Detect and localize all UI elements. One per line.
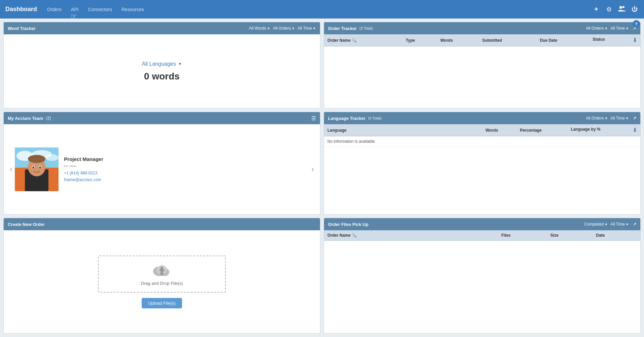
svg-point-9: [28, 155, 45, 163]
team-info: Project Manager ••• ••••• +1 (814) 488-0…: [64, 156, 103, 182]
order-files-status-filter[interactable]: Completed: [584, 222, 608, 227]
lang-no-info: No information is available.: [324, 136, 640, 147]
users-icon[interactable]: [618, 5, 626, 13]
upload-cloud-icon: [152, 262, 172, 279]
team-widget: My Acclaro Team (2) ☰ ‹: [3, 112, 320, 214]
order-files-title: Order Files Pick Up: [328, 222, 368, 227]
upload-files-btn[interactable]: Upload File(s): [142, 298, 182, 308]
word-count: 0 words: [144, 71, 180, 82]
order-files-time-filter[interactable]: All Time: [610, 222, 629, 227]
word-tracker-time-filter[interactable]: All Time: [297, 26, 316, 31]
lang-tracker-orders-filter[interactable]: All Orders: [586, 116, 608, 121]
word-tracker-orders-filter[interactable]: All Orders: [273, 26, 295, 31]
team-name: ••• •••••: [64, 164, 103, 169]
order-files-widget: Order Files Pick Up Completed All Time ↗…: [324, 218, 641, 334]
col-percentage: Percentage: [516, 124, 567, 136]
col-size: Size: [547, 230, 593, 241]
svg-point-12: [33, 166, 34, 168]
word-tracker-title: Word Tracker: [8, 26, 36, 31]
team-body: ‹: [4, 124, 320, 214]
carousel-next-btn[interactable]: ›: [309, 165, 317, 174]
files-order-name-search-icon[interactable]: 🔍: [352, 233, 357, 238]
team-title: My Acclaro Team: [8, 116, 43, 121]
order-tracker-orders-filter[interactable]: All Orders: [586, 26, 608, 31]
carousel-prev-btn[interactable]: ‹: [7, 165, 15, 174]
team-role: Project Manager: [64, 156, 103, 162]
order-tracker-total: (3 Total): [359, 26, 373, 30]
language-tracker-tbody: No information is available.: [324, 136, 640, 147]
order-files-header: Order Files Pick Up Completed All Time ↗: [324, 218, 640, 230]
team-phone: +1 (814) 488-0213: [64, 171, 103, 175]
team-list-view-btn[interactable]: ☰: [311, 115, 316, 122]
order-files-table: Order Name 🔍 Files Size Date: [324, 230, 640, 241]
nav-api[interactable]: API: [68, 5, 82, 13]
power-icon[interactable]: ⏻: [631, 6, 639, 13]
app-header: Dashboard Orders API Connectors Resource…: [0, 0, 644, 19]
create-order-widget: Create New Order Drag and Drop File(s) U…: [3, 218, 320, 334]
col-type: Type: [402, 34, 437, 46]
col-submitted: Submitted: [479, 34, 536, 46]
col-words: Words: [437, 34, 479, 46]
order-tracker-widget: Order Tracker (3 Total) All Orders All T…: [324, 22, 641, 108]
create-order-title: Create New Order: [8, 222, 45, 227]
order-files-ext-link[interactable]: ↗: [633, 222, 636, 227]
col-files-order-name: Order Name 🔍: [324, 230, 498, 241]
order-tracker-time-filter[interactable]: All Time: [610, 26, 629, 31]
words-filter[interactable]: All Words: [249, 26, 270, 31]
word-tracker-widget: Word Tracker All Words All Orders All Ti…: [3, 22, 320, 108]
col-order-name: Order Name 🔍: [324, 34, 402, 46]
main-grid: Word Tracker All Words All Orders All Ti…: [0, 19, 644, 337]
main-nav: Dashboard Orders API Connectors Resource…: [5, 5, 592, 13]
nav-orders[interactable]: Orders: [44, 5, 65, 13]
lang-tracker-download-icon[interactable]: ⬇: [633, 127, 637, 133]
word-tracker-header: Word Tracker All Words All Orders All Ti…: [4, 22, 320, 34]
create-order-body: Drag and Drop File(s) Upload File(s): [4, 230, 320, 333]
col-date: Date: [593, 230, 640, 241]
header-icons: + ⚙ ⏻: [592, 5, 639, 13]
language-selector[interactable]: All Languages: [142, 61, 182, 67]
svg-point-0: [619, 6, 622, 9]
create-order-header: Create New Order: [4, 218, 320, 230]
language-tracker-ext-link[interactable]: ↗: [633, 116, 636, 121]
nav-dashboard[interactable]: Dashboard: [5, 6, 37, 13]
language-tracker-total: (0 Total): [368, 116, 382, 120]
lang-tracker-time-filter[interactable]: All Time: [610, 116, 629, 121]
team-member-card: Project Manager ••• ••••• +1 (814) 488-0…: [15, 147, 309, 191]
svg-point-13: [39, 166, 41, 168]
col-lang-words: Words: [482, 124, 516, 136]
gear-icon[interactable]: ⚙: [605, 6, 613, 13]
order-tracker-table: Order Name 🔍 Type Words Submitted Due Da…: [324, 34, 640, 46]
col-lang-by-pct: Language by % ⬇: [568, 124, 640, 136]
team-count: (2): [46, 116, 51, 121]
team-header: My Acclaro Team (2) ☰: [4, 112, 320, 124]
svg-point-1: [622, 6, 624, 8]
team-avatar: [15, 147, 59, 191]
language-tracker-title: Language Tracker: [328, 116, 365, 121]
col-language: Language: [324, 124, 482, 136]
svg-point-6: [45, 154, 59, 161]
help-bubble[interactable]: ?: [633, 20, 640, 28]
nav-resources[interactable]: Resources: [118, 5, 147, 13]
language-tracker-header: Language Tracker (0 Total) All Orders Al…: [324, 112, 640, 124]
col-status: Status ⬇: [589, 34, 640, 46]
order-tracker-title: Order Tracker: [328, 26, 357, 31]
add-icon[interactable]: +: [592, 5, 600, 13]
order-tracker-download-icon[interactable]: ⬇: [633, 37, 637, 43]
col-due-date: Due Date: [536, 34, 589, 46]
word-tracker-body: All Languages 0 words: [4, 34, 320, 108]
file-drop-zone[interactable]: Drag and Drop File(s): [98, 256, 226, 293]
nav-connectors[interactable]: Connectors: [84, 5, 115, 13]
order-name-search-icon[interactable]: 🔍: [352, 38, 357, 43]
drop-label: Drag and Drop File(s): [141, 281, 183, 286]
language-tracker-table: Language Words Percentage Language by % …: [324, 124, 640, 147]
team-email: fname@acclaro.com: [64, 177, 103, 182]
col-files: Files: [498, 230, 547, 241]
language-tracker-widget: Language Tracker (0 Total) All Orders Al…: [324, 112, 641, 214]
order-tracker-header: Order Tracker (3 Total) All Orders All T…: [324, 22, 640, 34]
